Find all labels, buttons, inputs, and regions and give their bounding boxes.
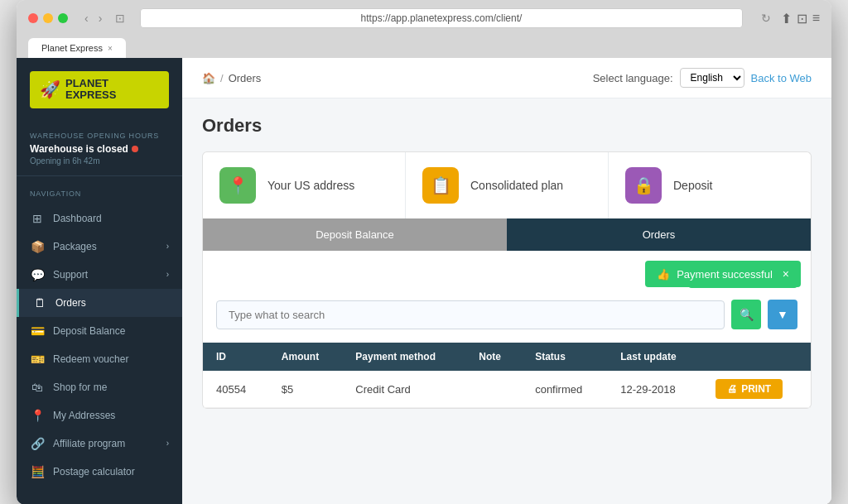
forward-button[interactable]: ›	[95, 12, 106, 25]
sidebar-item-label: Orders	[55, 297, 86, 309]
tab-close-icon[interactable]: ×	[108, 44, 113, 53]
sidebar-item-label: Redeem voucher	[53, 353, 128, 365]
support-icon: 💬	[30, 268, 45, 281]
page-content: Orders 📍 Your US address 📋 Consolidated …	[182, 98, 831, 425]
back-to-web-button[interactable]: Back to Web	[751, 72, 812, 84]
url-bar[interactable]: https://app.planetexpress.com/client/	[140, 8, 742, 28]
tab-label: Planet Express	[41, 43, 103, 53]
close-button[interactable]	[28, 13, 38, 23]
logo-area: 🚀 PLANET EXPRESS	[17, 58, 182, 122]
sidebar-item-label: Support	[53, 269, 88, 281]
sidebar-item-affiliate-program[interactable]: 🔗 Affiliate program ›	[17, 430, 182, 458]
feature-card-deposit[interactable]: 🔒 Deposit	[609, 152, 811, 218]
payment-success-toast: 👍 Payment successful ×	[645, 261, 801, 287]
browser-nav-arrows: ‹ ›	[81, 12, 105, 25]
col-header-action	[702, 343, 811, 371]
search-row: 🔍 ▼	[203, 300, 811, 343]
sidebar-item-label: Dashboard	[53, 213, 102, 224]
col-header-status: Status	[522, 343, 607, 371]
toast-close-button[interactable]: ×	[783, 267, 789, 281]
traffic-lights	[28, 13, 68, 23]
col-header-amount: Amount	[268, 343, 342, 371]
filter-icon: ▼	[777, 308, 788, 321]
col-header-note: Note	[465, 343, 522, 371]
print-button[interactable]: 🖨 PRINT	[716, 379, 783, 399]
deposit-icon: 💳	[30, 324, 45, 338]
address-icon: 📍	[30, 409, 45, 422]
tab-orders[interactable]: Orders	[507, 218, 811, 251]
card-label-consolidated-plan: Consolidated plan	[470, 179, 563, 192]
browser-tab[interactable]: Planet Express ×	[28, 38, 126, 58]
share-icon[interactable]: ⬆	[781, 11, 792, 26]
sidebar-item-label: My Addresses	[53, 410, 115, 421]
home-icon[interactable]: 🏠	[202, 72, 215, 84]
chevron-right-icon: ›	[166, 439, 169, 448]
nav-section: NAVIGATION ⊞ Dashboard 📦 Packages › 💬 Su…	[17, 176, 182, 504]
logo-rocket-icon: 🚀	[40, 79, 60, 99]
warehouse-label: WAREHOUSE OPENING HOURS	[30, 132, 169, 140]
sidebar-item-orders[interactable]: 🗒 Orders	[17, 289, 182, 317]
cell-amount: $5	[268, 371, 342, 408]
voucher-icon: 🎫	[30, 353, 45, 366]
main-content: 🏠 / Orders Select language: English Back…	[182, 58, 831, 504]
sidebar-item-label: Shop for me	[53, 382, 107, 393]
cell-payment-method: Credit Card	[342, 371, 465, 408]
toast-message: Payment successful	[677, 268, 773, 281]
logo-text: PLANET EXPRESS	[65, 78, 116, 102]
sidebar-item-label: Deposit Balance	[53, 325, 125, 337]
sidebar-item-label: Packages	[53, 241, 97, 252]
feature-card-us-address[interactable]: 📍 Your US address	[203, 152, 406, 218]
page-title: Orders	[202, 115, 812, 137]
language-select[interactable]: English	[680, 68, 744, 88]
cell-action: 🖨 PRINT	[702, 371, 811, 408]
card-label-us-address: Your US address	[267, 179, 354, 192]
cell-id: 40554	[203, 371, 268, 408]
sidebar-item-support[interactable]: 💬 Support ›	[17, 261, 182, 289]
warehouse-status: Warehouse is closed	[30, 143, 169, 155]
orders-table: ID Amount Payment method Note Status Las…	[203, 343, 811, 408]
shop-icon: 🛍	[30, 381, 45, 394]
feature-card-consolidated-plan[interactable]: 📋 Consolidated plan	[406, 152, 609, 218]
fullscreen-button[interactable]	[58, 13, 68, 23]
sidebar-item-my-addresses[interactable]: 📍 My Addresses	[17, 401, 182, 430]
table-header-row: ID Amount Payment method Note Status Las…	[203, 343, 811, 371]
sidebar-item-redeem-voucher[interactable]: 🎫 Redeem voucher	[17, 345, 182, 373]
cell-last-update: 12-29-2018	[607, 371, 702, 408]
menu-icon[interactable]: ≡	[812, 11, 820, 26]
sidebar-item-dashboard[interactable]: ⊞ Dashboard	[17, 204, 182, 233]
sidebar-item-label: Affiliate program	[53, 438, 125, 449]
sidebar-item-postage-calculator[interactable]: 🧮 Postage calculator	[17, 458, 182, 486]
opening-time: Opening in 6h 42m	[30, 156, 169, 166]
top-bar: 🏠 / Orders Select language: English Back…	[182, 58, 831, 98]
dashboard-icon: ⊞	[30, 212, 45, 225]
filter-button[interactable]: ▼	[768, 300, 797, 329]
sidebar-item-label: Postage calculator	[53, 466, 135, 478]
language-area: Select language: English Back to Web	[593, 68, 812, 88]
back-button[interactable]: ‹	[81, 12, 92, 25]
square-button[interactable]: ⊡	[115, 12, 125, 25]
col-header-id: ID	[203, 343, 268, 371]
cell-status: confirmed	[522, 371, 607, 408]
affiliate-icon: 🔗	[30, 437, 45, 450]
thumbs-up-icon: 👍	[657, 268, 670, 281]
minimize-button[interactable]	[43, 13, 53, 23]
reload-button[interactable]: ↻	[758, 12, 774, 25]
breadcrumb-current: Orders	[229, 72, 262, 84]
feature-cards: 📍 Your US address 📋 Consolidated plan 🔒 …	[202, 151, 812, 218]
bookmark-icon[interactable]: ⊡	[797, 11, 807, 26]
col-header-last-update: Last update	[607, 343, 702, 371]
nav-label: NAVIGATION	[17, 186, 182, 204]
logo: 🚀 PLANET EXPRESS	[30, 71, 169, 108]
search-input[interactable]	[216, 300, 725, 329]
chevron-right-icon: ›	[166, 242, 169, 251]
calculator-icon: 🧮	[30, 465, 45, 478]
deposit-card-icon: 🔒	[625, 167, 662, 204]
search-button[interactable]: 🔍	[731, 300, 761, 329]
sidebar-item-deposit-balance[interactable]: 💳 Deposit Balance	[17, 317, 182, 345]
status-dot-icon	[132, 146, 138, 152]
sidebar-item-packages[interactable]: 📦 Packages ›	[17, 233, 182, 261]
tab-deposit-balance[interactable]: Deposit Balance	[203, 218, 507, 251]
card-label-deposit: Deposit	[673, 179, 712, 192]
sidebar-item-shop-for-me[interactable]: 🛍 Shop for me	[17, 373, 182, 401]
us-address-icon: 📍	[219, 167, 256, 204]
